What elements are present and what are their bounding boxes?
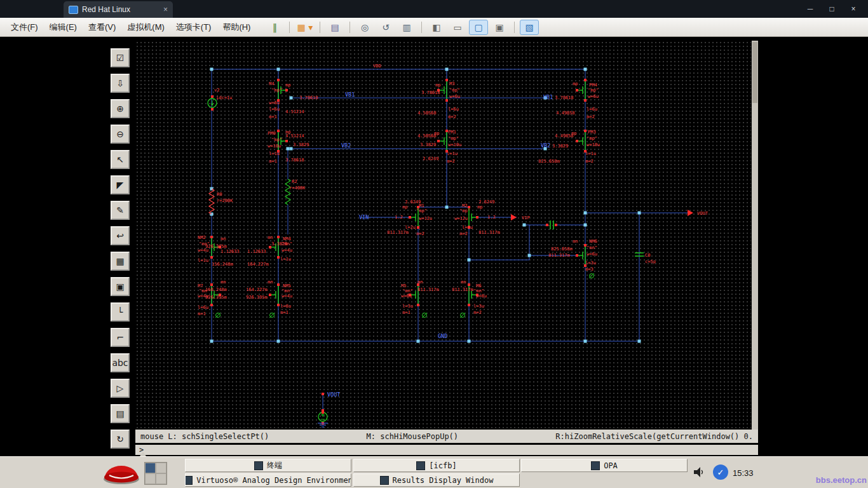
device-label[interactable]: w=6u (587, 252, 597, 257)
device-label[interactable]: VDD (373, 64, 381, 69)
device-label[interactable]: m=2 (447, 159, 455, 164)
device-label[interactable]: m=1 (198, 311, 206, 316)
net-label[interactable]: VB1 (543, 94, 553, 100)
device-label[interactable]: M5 (401, 283, 406, 288)
console-view-icon[interactable]: ▭ (448, 20, 467, 35)
device-label[interactable]: m=2 (473, 310, 482, 315)
redhat-menu-icon[interactable] (102, 458, 141, 486)
device-label[interactable]: "mp" (271, 88, 282, 93)
device-label[interactable]: 4.49858 (556, 111, 575, 116)
device-label[interactable]: 811.317m (548, 253, 570, 258)
capture-screen-icon[interactable]: ▤ (325, 20, 344, 35)
device-label[interactable]: l=3u (585, 261, 596, 266)
device-label[interactable]: w=4u (281, 248, 292, 253)
device-label[interactable]: l=3u (402, 304, 413, 309)
device-label[interactable]: l=2u (405, 225, 416, 230)
check-save-tool[interactable]: ☑ (111, 48, 130, 67)
junction-handle[interactable] (210, 68, 214, 71)
workspace-4[interactable] (156, 473, 166, 484)
device-label[interactable]: l=1u (269, 151, 280, 156)
show-sidebar-icon[interactable]: ◧ (427, 20, 446, 35)
device-label[interactable]: 926.395m (246, 295, 268, 300)
command-prompt[interactable]: > (135, 445, 758, 455)
taskbar-clock[interactable]: 15:33 (733, 468, 754, 478)
menu-vm[interactable]: 虚拟机(M) (121, 19, 170, 36)
device-label[interactable]: m=1 (269, 114, 277, 119)
note-tool[interactable]: ▤ (111, 404, 130, 423)
device-label[interactable]: 926.395m (205, 295, 227, 300)
menu-file[interactable]: 文件(F) (5, 19, 44, 36)
zoom-in-tool[interactable]: ⊕ (111, 99, 130, 118)
device-label[interactable]: w=12u (419, 216, 432, 221)
workspace-switcher[interactable] (144, 462, 167, 485)
quick-switch-icon[interactable]: ▣ (490, 20, 509, 35)
speaker-icon[interactable] (693, 466, 705, 478)
device-label[interactable]: r=400K (289, 186, 306, 191)
resistor-symbol[interactable] (209, 189, 214, 214)
device-label[interactable]: VOUT (697, 211, 709, 216)
port-arrow[interactable] (688, 210, 693, 216)
device-label[interactable]: C0 (645, 253, 650, 258)
vm-tab[interactable]: Red Hat Linux × (64, 1, 173, 18)
device-label[interactable]: 2.6249 (405, 200, 421, 205)
junction-handle[interactable] (528, 254, 531, 257)
library-grid-icon[interactable]: ▦ ▾ (295, 20, 315, 35)
device-label[interactable]: M3 (449, 81, 454, 86)
device-label[interactable]: PM3 (588, 130, 596, 135)
device-label[interactable]: R2 (292, 179, 297, 184)
junction-handle[interactable] (445, 206, 449, 209)
device-label[interactable]: "mn" (199, 288, 210, 294)
label-tool[interactable]: abc (111, 353, 130, 372)
device-label[interactable]: mn (268, 280, 273, 285)
device-label[interactable]: l=2u (462, 225, 473, 230)
device-label[interactable]: mp (573, 81, 578, 86)
device-label[interactable]: l=1u (447, 151, 458, 156)
zoom-out-tool[interactable]: ⊖ (111, 125, 130, 144)
device-label[interactable]: 164.227m (246, 287, 268, 292)
device-label[interactable]: w=10u (448, 142, 461, 147)
device-label[interactable]: "mn" (402, 288, 413, 294)
net-label[interactable]: VOUT (327, 391, 340, 398)
device-label[interactable]: m=1 (280, 310, 288, 315)
snapshot-take-icon[interactable]: ◎ (355, 20, 374, 35)
menu-edit[interactable]: 编辑(E) (44, 19, 83, 36)
device-label[interactable]: R0 (217, 192, 222, 197)
device-label[interactable]: 164.227m (247, 262, 269, 267)
net-label[interactable]: VB2 (541, 142, 550, 149)
update-clock-icon[interactable]: ✓ (713, 464, 728, 480)
device-label[interactable]: PM4 (589, 83, 597, 88)
junction-handle[interactable] (210, 340, 214, 343)
schematic-canvas[interactable]: VDDVB1VB2VINVIPVOUTGNDVOUTv2idc=1uR0r=20… (135, 41, 751, 430)
junction-handle[interactable] (584, 212, 587, 215)
device-label[interactable]: 3.3829 (293, 142, 309, 147)
device-label[interactable]: M4 (269, 81, 274, 86)
device-label[interactable]: 3.78618 (555, 95, 574, 100)
device-label[interactable]: l=3u (473, 304, 484, 309)
junction-handle[interactable] (468, 340, 471, 343)
device-label[interactable]: 4.50568 (417, 111, 437, 116)
undo-tool[interactable]: ↩ (111, 226, 130, 245)
device-label[interactable]: w=4u (198, 248, 208, 253)
net-label[interactable]: GND (438, 333, 447, 339)
property-grid-tool[interactable]: ▦ (111, 252, 130, 271)
device-label[interactable]: 156.248m (212, 262, 233, 267)
taskbar-opa-button[interactable]: OPA (521, 459, 688, 472)
menu-tabs[interactable]: 选项卡(T) (170, 19, 217, 36)
bus-tool[interactable]: ⌐ (111, 328, 130, 347)
device-label[interactable]: NM2 (198, 235, 206, 240)
snapshot-manager-icon[interactable]: ▥ (397, 20, 416, 35)
device-label[interactable]: 2.6249 (423, 156, 438, 161)
menu-view[interactable]: 查看(V) (83, 19, 121, 36)
net-label[interactable]: VIN (359, 214, 369, 220)
maximize-button[interactable]: □ (821, 0, 843, 18)
device-label[interactable]: w=6u (588, 94, 599, 99)
device-label[interactable]: "mp" (459, 208, 470, 214)
resistor-symbol[interactable] (285, 179, 290, 205)
pin-tool[interactable]: ▷ (111, 379, 130, 398)
device-label[interactable]: 2.6249 (478, 200, 494, 205)
device-label[interactable]: "mp" (416, 208, 427, 214)
device-label[interactable]: 3.3829 (552, 144, 568, 149)
device-label[interactable]: m=1 (402, 310, 410, 315)
device-label[interactable]: 4.51214 (285, 133, 304, 139)
device-label[interactable]: m=1 (269, 159, 277, 164)
